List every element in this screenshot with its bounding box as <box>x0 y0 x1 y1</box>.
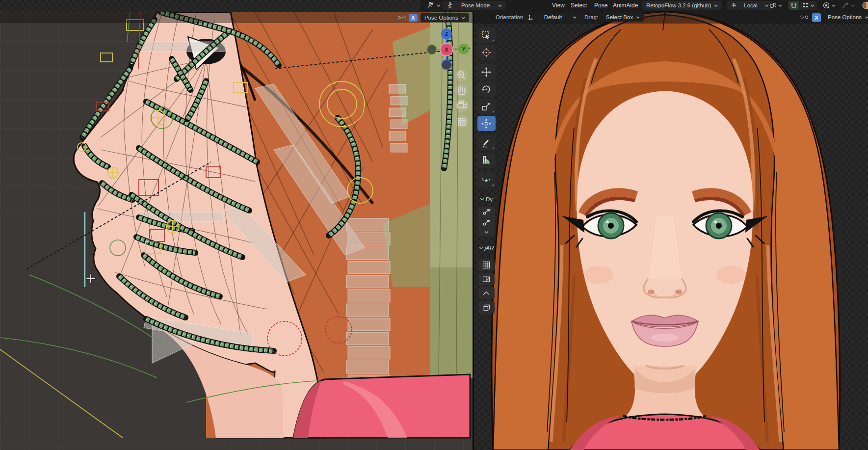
bone-add-icon <box>482 208 491 216</box>
snap-toggle[interactable] <box>789 1 799 10</box>
chevron-down-icon <box>437 4 441 7</box>
grid-ortho-icon[interactable] <box>455 115 468 128</box>
tool-measure[interactable] <box>477 153 496 168</box>
pivot-point-icon <box>769 2 777 9</box>
jar-collapse-button[interactable] <box>478 287 495 299</box>
pose-options-label: Pose Options <box>828 14 862 20</box>
drag-value: Select Box <box>606 14 633 20</box>
mode-selector-label: Pose Mode <box>461 2 490 8</box>
mode-selector-dropdown[interactable]: Pose Mode <box>443 1 506 10</box>
chevron-down-icon <box>498 4 502 7</box>
dy-dropdown-button[interactable] <box>478 228 495 236</box>
pencil-icon <box>481 138 492 149</box>
panel-label-dy: Dy <box>486 196 493 202</box>
magnet-icon <box>790 2 797 9</box>
orientation-dropdown[interactable]: Default <box>524 13 580 22</box>
axis-gizmo-icon <box>527 14 533 20</box>
chevron-down-icon <box>636 16 640 19</box>
jar-grid-button[interactable] <box>478 259 495 271</box>
panel-header-dy[interactable]: Dy <box>480 196 493 202</box>
pose-options-label: Pose Options <box>424 15 458 21</box>
zoom-icon[interactable] <box>455 69 468 82</box>
orientation-arrows-icon <box>731 2 736 8</box>
toolbar: Dy jAR <box>475 27 497 314</box>
tool-pose-breakdowner[interactable] <box>477 172 496 187</box>
dy-bone-remove-button[interactable] <box>478 217 495 228</box>
right-viewport-canvas[interactable] <box>473 0 868 450</box>
jar-cube-button[interactable] <box>478 301 495 314</box>
svg-text:X: X <box>445 47 448 53</box>
chevron-down-icon <box>765 4 769 7</box>
top-checker-strip <box>0 0 421 12</box>
svg-text:Y: Y <box>462 47 466 52</box>
retopoflow-label: RetopoFlow 3.2.6 (github) <box>646 2 711 8</box>
panel-header-jar[interactable]: jAR <box>479 245 494 251</box>
drag-dropdown[interactable]: Select Box <box>602 13 644 22</box>
chevron-down-icon <box>573 16 577 19</box>
viewport-divider[interactable] <box>473 0 474 450</box>
viewport-menubar: Pose Mode View Select Pose AnimAide Reto… <box>421 0 868 11</box>
gizmo-neg-y-axis[interactable] <box>427 45 437 54</box>
snap-settings-dropdown[interactable] <box>800 1 817 10</box>
pose-figure-icon <box>447 2 453 9</box>
orientation-value: Default <box>544 14 562 20</box>
armature-icon <box>426 2 434 9</box>
menu-select[interactable]: Select <box>571 0 587 11</box>
gizmo-neg-z-axis[interactable] <box>442 60 451 70</box>
tool-move[interactable] <box>477 64 496 79</box>
menu-animaide[interactable]: AnimAide <box>613 0 638 11</box>
profile-shirt <box>293 374 470 438</box>
tool-select-box[interactable] <box>477 27 496 43</box>
transform-orientation-dropdown[interactable]: Local <box>727 1 773 10</box>
x-axis-mirror-toggle[interactable]: X <box>812 13 821 22</box>
right-3d-viewport[interactable] <box>473 0 868 450</box>
falloff-dropdown[interactable] <box>842 0 855 11</box>
viewport-shading-sphere-icon[interactable] <box>860 0 868 11</box>
pan-hand-icon[interactable] <box>455 84 468 97</box>
camera-view-icon[interactable] <box>455 99 468 112</box>
panel-label-jar: jAR <box>485 245 494 251</box>
butterfly-mirror-icon[interactable] <box>800 13 808 22</box>
x-axis-mirror-toggle[interactable]: X <box>409 14 418 22</box>
menu-pose[interactable]: Pose <box>594 0 607 11</box>
chevron-down-icon <box>851 4 855 7</box>
move-arrows-icon <box>481 67 492 78</box>
left-viewport-canvas[interactable]: Z Y X <box>0 12 473 450</box>
svg-text:Z: Z <box>445 31 448 37</box>
caret-up-icon <box>482 289 491 298</box>
tool-annotate[interactable] <box>477 135 496 151</box>
chevron-down-icon <box>865 16 868 19</box>
chevron-down-icon <box>484 231 489 234</box>
transform-gizmo-icon <box>481 118 492 129</box>
left-3d-viewport[interactable]: Z Y X <box>0 0 473 450</box>
chevron-down-icon <box>480 198 484 201</box>
tool-cursor[interactable] <box>477 45 496 60</box>
cursor-tool-icon <box>481 47 492 58</box>
tool-scale[interactable] <box>477 99 496 114</box>
orientation-label: Orientation: <box>496 13 525 22</box>
dy-bone-add-button[interactable] <box>478 207 495 217</box>
menu-view[interactable]: View <box>552 0 565 11</box>
chevron-down-icon <box>714 4 718 7</box>
pose-options-dropdown[interactable]: Pose Options <box>421 13 469 22</box>
left-viewport-header: X Pose Options <box>0 12 473 23</box>
chevron-down-icon <box>778 4 782 7</box>
chevron-down-icon <box>461 17 465 19</box>
falloff-curve-icon <box>842 2 849 9</box>
dashed-curve-diamond-icon <box>481 175 492 185</box>
proportional-editing-icon <box>823 2 830 9</box>
bone-remove-icon <box>482 219 491 227</box>
transform-orientation-label: Local <box>744 2 758 8</box>
editor-mode-dropdown[interactable] <box>424 1 443 10</box>
tool-transform[interactable] <box>477 116 496 131</box>
ruler-protractor-icon <box>481 155 492 166</box>
retopoflow-dropdown[interactable]: RetopoFlow 3.2.6 (github) <box>642 1 722 10</box>
jar-split-button[interactable] <box>478 273 495 285</box>
tool-rotate[interactable] <box>477 81 496 97</box>
cube-icon <box>482 303 491 312</box>
pose-options-dropdown[interactable]: Pose Options <box>824 13 868 22</box>
box-select-icon <box>481 30 492 41</box>
butterfly-mirror-icon[interactable] <box>398 15 406 21</box>
pivot-point-dropdown[interactable] <box>769 0 782 11</box>
proportional-editing-dropdown[interactable] <box>823 0 836 11</box>
